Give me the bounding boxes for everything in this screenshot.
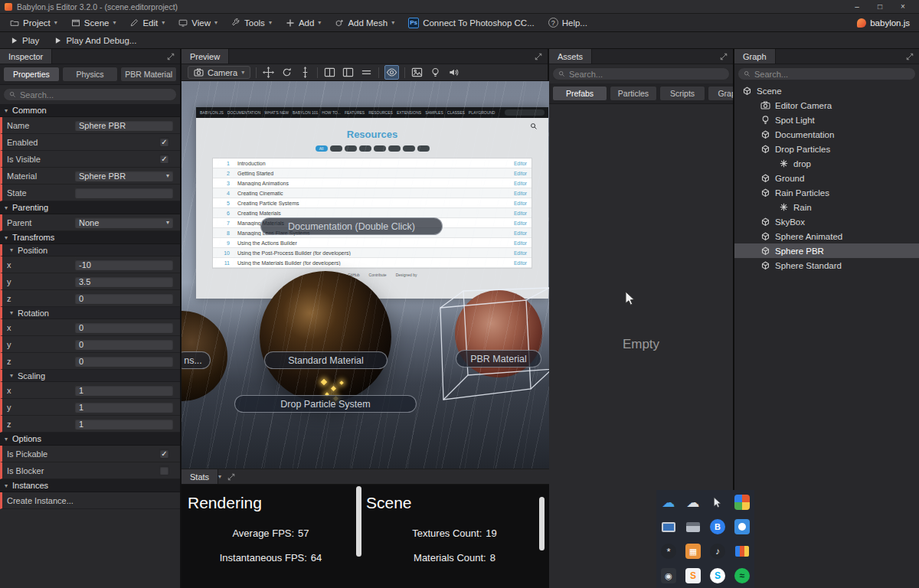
expand-panel-icon[interactable] [906, 53, 914, 60]
sublime-icon[interactable]: S [685, 568, 701, 583]
graph-item-sphere-animated[interactable]: Sphere Animated [734, 229, 919, 243]
graph-item-rain-particles[interactable]: Rain Particles [734, 185, 919, 200]
rotate-tool-icon[interactable] [280, 66, 293, 79]
expand-panel-icon[interactable] [720, 53, 728, 60]
chevron-down-icon[interactable]: ▾ [218, 473, 221, 480]
is-visible-checkbox[interactable]: ✓ [159, 154, 169, 164]
pbr-material-label[interactable]: PBR Material [456, 350, 541, 368]
subsection-position[interactable]: ▾ Position [0, 244, 180, 256]
graph-item-skybox[interactable]: SkyBox [734, 214, 919, 229]
lights-icon[interactable] [429, 66, 442, 79]
bluetooth-icon[interactable]: B [710, 519, 725, 534]
cloud-outline-icon[interactable]: ☁ [685, 495, 701, 510]
graph-item-drop-particles[interactable]: Drop Particles [734, 142, 919, 156]
graph-item-ground[interactable]: Ground [734, 171, 919, 185]
camera-select[interactable]: Camera ▾ [188, 66, 250, 79]
tab-properties[interactable]: Properties [3, 67, 60, 82]
music-app-icon[interactable]: ♪ [710, 544, 725, 559]
minimize-button[interactable]: – [845, 0, 868, 14]
graph-item-sphere-standard[interactable]: Sphere Standard [734, 258, 919, 273]
menu-add[interactable]: Add ▾ [279, 16, 328, 30]
rotation-z-input[interactable] [74, 355, 174, 368]
eye-app-icon[interactable]: ◉ [661, 568, 676, 583]
name-input[interactable] [74, 119, 174, 132]
is-pickable-checkbox[interactable]: ✓ [159, 449, 169, 459]
menu-scene[interactable]: Scene ▾ [64, 16, 123, 30]
expand-panel-icon[interactable] [227, 473, 235, 481]
camera-app-icon[interactable] [734, 519, 750, 534]
tab-particles[interactable]: Particles [610, 86, 657, 101]
graph-item-spot-light[interactable]: Spot Light [734, 113, 919, 127]
documentation-plane[interactable]: BABYLON.JS DOCUMENTATION WHAT'S NEW BABY… [196, 107, 548, 299]
calculator-icon[interactable]: ▦ [685, 544, 701, 559]
sounds-icon[interactable] [447, 66, 460, 79]
tab-physics[interactable]: Physics [62, 67, 119, 82]
create-instance-button[interactable]: Create Instance... [0, 492, 180, 509]
wireframe-lines-icon[interactable] [360, 66, 373, 79]
rotation-x-input[interactable] [74, 322, 174, 334]
scaling-y-input[interactable] [74, 401, 174, 413]
subsection-scaling[interactable]: ▾ Scaling [0, 370, 180, 382]
play-and-debug-button[interactable]: Play And Debug... [48, 34, 142, 47]
cloud-blue-icon[interactable]: ☁ [661, 495, 676, 510]
parent-select[interactable]: None ▾ [74, 217, 174, 229]
paw-app-icon[interactable]: * [661, 544, 676, 559]
graph-item-drop[interactable]: drop [734, 156, 919, 171]
scale-tool-icon[interactable] [299, 66, 312, 79]
graph-item-sphere-pbr[interactable]: Sphere PBR [734, 243, 919, 258]
split-horizontal-icon[interactable] [342, 66, 355, 79]
section-options[interactable]: ▾ Options [0, 433, 180, 446]
menu-view[interactable]: View ▾ [172, 16, 224, 30]
display-icon[interactable] [662, 522, 675, 532]
textures-icon[interactable] [410, 66, 424, 79]
assets-search-input[interactable] [569, 70, 724, 79]
play-button[interactable]: Play [5, 34, 45, 47]
tab-prefabs[interactable]: Prefabs [552, 86, 607, 101]
state-input[interactable] [74, 187, 174, 199]
menu-project[interactable]: Project ▾ [3, 16, 64, 30]
tab-scripts[interactable]: Scripts [659, 86, 705, 101]
stats-scrollbar[interactable] [539, 497, 545, 550]
menu-connect-photoshop[interactable]: Ps Connect To Photoshop CC... [401, 15, 541, 31]
graph-item-scene[interactable]: Scene [734, 83, 919, 98]
section-transforms[interactable]: ▾ Transfroms [0, 231, 180, 244]
rotation-y-input[interactable] [74, 338, 174, 351]
library-icon[interactable] [735, 546, 749, 557]
tab-graph[interactable]: Graph [708, 86, 733, 101]
graph-item-rain[interactable]: Rain [734, 200, 919, 214]
tab-pbr-material[interactable]: PBR Material [120, 67, 177, 82]
scaling-z-input[interactable] [74, 418, 174, 430]
graph-item-editor-camera[interactable]: Editor Camera [734, 98, 919, 113]
stats-scrollbar[interactable] [356, 486, 361, 557]
expand-panel-icon[interactable] [535, 53, 542, 60]
documentation-label[interactable]: Documentation (Double Click) [260, 217, 443, 235]
translate-tool-icon[interactable] [262, 66, 275, 79]
subsection-rotation[interactable]: ▾ Rotation [0, 307, 180, 319]
skype-icon[interactable]: S [710, 568, 725, 583]
close-button[interactable]: × [891, 0, 914, 14]
maximize-button[interactable]: □ [868, 0, 891, 14]
enabled-checkbox[interactable]: ✓ [159, 137, 169, 147]
partial-label[interactable]: ns... [182, 351, 211, 369]
is-blocker-checkbox[interactable] [159, 466, 169, 475]
standard-material-label[interactable]: Standard Material [264, 351, 388, 369]
inspector-search-input[interactable] [20, 90, 171, 100]
cursor-app-icon[interactable] [710, 495, 725, 510]
position-y-input[interactable] [74, 276, 174, 288]
spotify-icon[interactable]: ≈ [734, 568, 750, 583]
graph-item-documentation[interactable]: Documentation [734, 127, 919, 142]
graph-search-input[interactable] [754, 70, 910, 79]
section-common[interactable]: ▾ Common [0, 104, 180, 117]
color-grid-icon[interactable] [734, 495, 750, 510]
show-post-processes-eye-icon[interactable] [384, 65, 399, 80]
window-app-icon[interactable] [686, 522, 700, 532]
menu-tools[interactable]: Tools ▾ [224, 16, 279, 30]
section-parenting[interactable]: ▾ Parenting [0, 201, 180, 214]
scene-viewport[interactable]: BABYLON.JS DOCUMENTATION WHAT'S NEW BABY… [182, 81, 549, 469]
material-select[interactable]: Sphere PBR ▾ [74, 170, 174, 182]
section-instances[interactable]: ▾ Instances [0, 479, 180, 492]
position-x-input[interactable] [74, 259, 174, 271]
menu-help[interactable]: ? Help... [541, 15, 594, 30]
menu-add-mesh[interactable]: Add Mesh ▾ [328, 16, 401, 30]
split-vertical-icon[interactable] [323, 66, 336, 79]
